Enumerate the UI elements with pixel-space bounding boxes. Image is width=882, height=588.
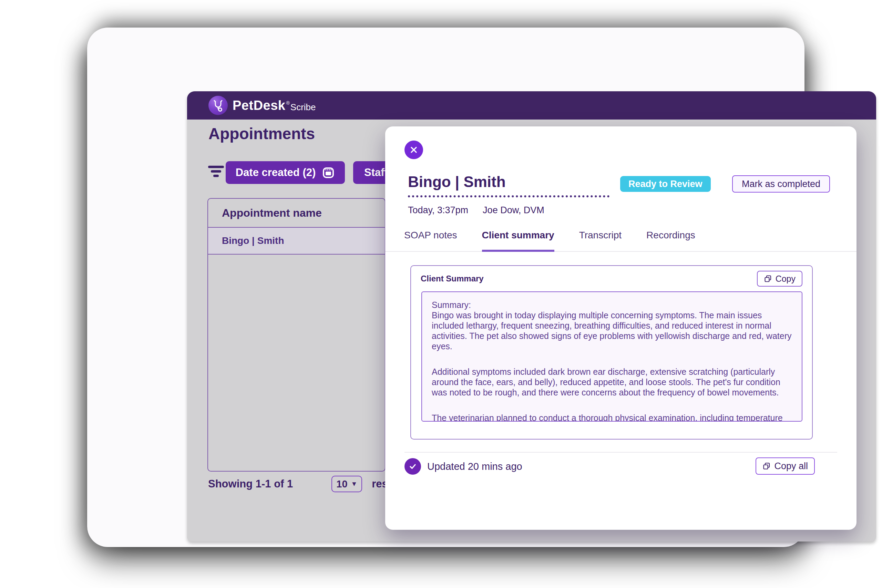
modal-tabs: SOAP notes Client summary Transcript Rec…	[385, 230, 856, 252]
brand-product: Scribe	[291, 102, 316, 112]
appointment-meta: Today, 3:37pm Joe Dow, DVM	[408, 205, 544, 216]
brand-name: PetDesk	[232, 98, 285, 113]
client-summary-card-header: Client Summary Copy	[411, 266, 812, 291]
page-size-dropdown[interactable]: 10 ▼	[332, 476, 362, 492]
copy-icon	[764, 274, 772, 283]
updated-status-label: Updated 20 mins ago	[427, 458, 522, 475]
petdesk-logo-icon	[208, 96, 228, 115]
close-button[interactable]	[405, 141, 423, 159]
brand-reg-mark: ®	[286, 100, 290, 106]
showing-count-label: Showing 1-1 of 1	[208, 478, 293, 490]
updated-check-icon	[405, 458, 421, 475]
appointments-table: Appointment name Bingo | Smith	[207, 198, 386, 472]
status-badge: Ready to Review	[620, 176, 711, 192]
client-summary-text-box: Summary: Bingo was brought in today disp…	[422, 291, 802, 422]
stage: PetDesk ® Scribe Appointments Date creat…	[0, 0, 882, 588]
copy-all-icon	[762, 462, 771, 470]
summary-heading: Summary:	[432, 300, 792, 310]
screenshot-card: PetDesk ® Scribe Appointments Date creat…	[87, 27, 804, 547]
calendar-icon	[322, 166, 335, 179]
appointment-datetime: Today, 3:37pm	[408, 205, 468, 216]
page-size-value: 10	[336, 478, 347, 490]
title-dotted-underline	[408, 195, 609, 197]
staff-filter-label: Staff	[364, 166, 388, 179]
page-title: Appointments	[208, 124, 315, 143]
copy-button[interactable]: Copy	[757, 271, 802, 286]
brand-wordmark: PetDesk ® Scribe	[232, 91, 316, 120]
date-created-filter-button[interactable]: Date created (2)	[226, 161, 345, 184]
tab-recordings[interactable]: Recordings	[646, 230, 695, 251]
client-summary-card: Client Summary Copy Summary: Bingo was	[410, 265, 813, 440]
table-row[interactable]: Bingo | Smith	[208, 228, 385, 255]
modal-title: Bingo | Smith	[408, 173, 506, 190]
close-icon	[409, 146, 418, 154]
tab-transcript[interactable]: Transcript	[579, 230, 621, 251]
summary-paragraph: Bingo was brought in today displaying mu…	[432, 310, 792, 351]
date-created-filter-label: Date created (2)	[236, 166, 316, 179]
mark-as-completed-button[interactable]: Mark as completed	[732, 176, 830, 192]
copy-all-button[interactable]: Copy all	[756, 458, 815, 475]
filter-funnel-icon[interactable]	[208, 166, 224, 180]
client-summary-card-title: Client Summary	[421, 274, 484, 284]
copy-all-button-label: Copy all	[774, 461, 808, 472]
tab-soap-notes[interactable]: SOAP notes	[404, 230, 457, 251]
dropdown-arrow-icon: ▼	[351, 480, 358, 488]
appointment-veterinarian: Joe Dow, DVM	[483, 205, 544, 216]
summary-paragraph: Additional symptoms included dark brown …	[432, 366, 792, 398]
tab-client-summary[interactable]: Client summary	[482, 230, 554, 252]
appointment-detail-modal: Bingo | Smith Ready to Review Mark as co…	[385, 126, 856, 530]
modal-footer-divider	[405, 452, 837, 453]
table-header-appointment-name: Appointment name	[208, 199, 385, 228]
copy-button-label: Copy	[776, 274, 795, 284]
summary-paragraph: The veterinarian planned to conduct a th…	[432, 412, 792, 422]
app-header: PetDesk ® Scribe	[187, 91, 876, 120]
